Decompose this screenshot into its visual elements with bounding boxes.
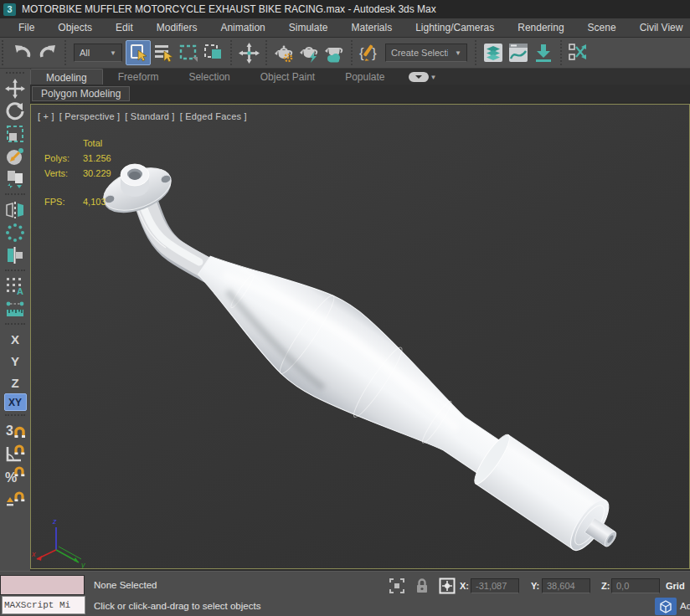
axis-constraint-xy-button[interactable]: XY <box>4 393 27 411</box>
spinner-snap-button[interactable] <box>3 487 27 510</box>
scale-button[interactable] <box>3 122 27 145</box>
percent-snap-button[interactable]: % <box>3 465 27 487</box>
absolute-mode-toggle-button[interactable] <box>437 578 457 594</box>
grid-size-label: Grid <box>666 581 685 591</box>
named-selection-sets-button[interactable]: { } <box>357 40 382 65</box>
ribbon-tab-modeling[interactable]: Modeling <box>30 69 103 85</box>
toolbar-separator <box>230 40 232 65</box>
move-button[interactable] <box>3 77 27 100</box>
axis-constraint-z-button[interactable]: Z <box>3 372 27 393</box>
axis-constraint-y-button[interactable]: Y <box>3 350 27 372</box>
toolbar-separator <box>5 193 25 195</box>
menu-rendering[interactable]: Rendering <box>506 18 575 38</box>
coord-y-field[interactable]: 38,604 <box>542 578 590 593</box>
spinner-snap-icon <box>5 489 25 509</box>
add-time-tag-label[interactable]: Add T <box>680 601 690 611</box>
ribbon-toggle-button[interactable] <box>531 40 556 65</box>
polygon-modeling-panel-tab[interactable]: Polygon Modeling <box>32 86 130 101</box>
rectangular-selection-region-button[interactable] <box>176 40 201 65</box>
redo-icon <box>38 43 58 63</box>
snap-toggle-3d-button[interactable]: 3 <box>3 419 27 442</box>
menu-simulate[interactable]: Simulate <box>277 18 340 38</box>
prompt-line: Click or click-and-drag to select object… <box>94 601 260 611</box>
add-time-tag-button[interactable] <box>655 598 677 615</box>
main-toolbar: All ▼ <box>0 38 690 69</box>
measure-button[interactable] <box>3 297 27 320</box>
menu-civil-view[interactable]: Civil View <box>628 18 690 38</box>
layer-explorer-icon <box>482 42 504 64</box>
maxscript-mini-listener[interactable]: MAXScript Mi <box>2 596 85 614</box>
layer-explorer-button[interactable] <box>481 40 506 65</box>
clone-button[interactable] <box>3 167 27 190</box>
toolbar-drag-handle[interactable] <box>6 72 24 74</box>
redo-button[interactable] <box>35 40 60 65</box>
soft-selection-button[interactable] <box>3 221 27 244</box>
render-setup-button[interactable] <box>271 40 296 65</box>
menu-objects[interactable]: Objects <box>46 18 104 38</box>
select-and-move-button[interactable] <box>236 40 261 65</box>
chevron-down-icon[interactable]: ▼ <box>430 74 437 81</box>
select-object-button[interactable] <box>126 40 151 65</box>
toolbar-separator <box>64 40 66 65</box>
axis-xy-label: XY <box>8 397 22 408</box>
selection-lock-button[interactable] <box>412 578 432 594</box>
placement-button[interactable] <box>3 145 27 167</box>
axis-constraint-x-button[interactable]: X <box>3 328 27 350</box>
perspective-viewport[interactable]: z y x [ + ] [ Perspective ] [ Standard ]… <box>30 104 690 569</box>
mirror-button[interactable] <box>3 198 27 221</box>
ribbon-tab-populate[interactable]: Populate <box>330 69 399 85</box>
rotate-button[interactable] <box>3 100 27 122</box>
move-icon <box>5 79 25 99</box>
menu-lighting-cameras[interactable]: Lighting/Cameras <box>404 18 506 38</box>
align-button[interactable] <box>3 244 27 266</box>
select-by-name-icon <box>153 43 173 63</box>
viewport-menu-general[interactable]: [ + ] <box>38 111 54 121</box>
ribbon-tab-object-paint[interactable]: Object Paint <box>245 69 330 85</box>
ribbon-tab-freeform[interactable]: Freeform <box>103 69 174 85</box>
model-header-pipe[interactable] <box>135 201 209 271</box>
coord-x-field[interactable]: -31,087 <box>471 578 519 593</box>
selection-filter-dropdown[interactable]: All ▼ <box>74 44 122 62</box>
curve-editor-button[interactable] <box>506 40 531 65</box>
render-production-button[interactable] <box>296 40 322 65</box>
toolbar-drag-handle[interactable] <box>2 40 8 65</box>
menu-animation[interactable]: Animation <box>209 18 276 38</box>
scale-icon <box>5 124 25 144</box>
grid-array-button[interactable]: A <box>3 275 27 297</box>
undo-button[interactable] <box>10 40 35 65</box>
align-icon <box>5 245 25 265</box>
viewport-menu-shading[interactable]: [ Standard ] <box>125 111 174 121</box>
maxscript-macro-recorder[interactable] <box>0 575 85 595</box>
select-by-name-button[interactable] <box>151 40 176 65</box>
named-selection-set-value: Create Selection Se <box>391 48 448 58</box>
menu-scene[interactable]: Scene <box>576 18 628 38</box>
grid-array-icon: A <box>5 276 25 296</box>
model-muffler-body[interactable] <box>178 225 641 568</box>
chevron-down-icon: ▼ <box>448 49 461 57</box>
schematic-view-button[interactable] <box>566 40 591 65</box>
selection-region-icon <box>178 43 198 63</box>
viewport-menu-pov[interactable]: [ Perspective ] <box>59 111 121 121</box>
toolbar-separator <box>265 40 267 65</box>
curve-editor-icon <box>507 42 529 64</box>
menu-file[interactable]: File <box>7 18 46 38</box>
menu-edit[interactable]: Edit <box>104 18 145 38</box>
chevron-down-icon: ▼ <box>103 49 116 57</box>
move-tool-icon <box>239 43 260 64</box>
viewport-menu-display[interactable]: [ Edged Faces ] <box>180 111 247 121</box>
coord-z-field[interactable]: 0,0 <box>611 578 660 593</box>
ribbon-tab-selection[interactable]: Selection <box>173 69 245 85</box>
render-in-cloud-button[interactable] <box>322 40 347 65</box>
left-toolbar: A X Y Z XY 3 <box>0 69 30 571</box>
ribbon-minimize-button[interactable] <box>409 72 429 82</box>
menu-materials[interactable]: Materials <box>339 18 404 38</box>
named-selection-set-dropdown[interactable]: Create Selection Se ▼ <box>385 44 467 62</box>
scene-canvas[interactable]: z y x <box>31 105 689 568</box>
svg-text:A: A <box>17 286 23 296</box>
menu-modifiers[interactable]: Modifiers <box>145 18 209 38</box>
angle-snap-button[interactable] <box>3 442 27 465</box>
window-crossing-toggle-button[interactable] <box>201 40 226 65</box>
isolate-selection-button[interactable] <box>387 578 407 594</box>
mirror-icon <box>5 200 25 220</box>
stats-polys-label: Polys: <box>44 151 70 165</box>
